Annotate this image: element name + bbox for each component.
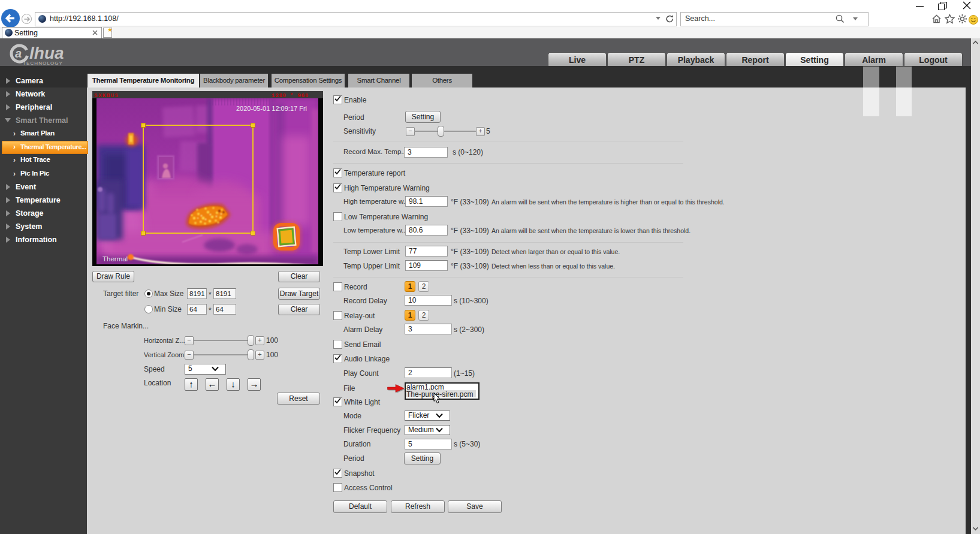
svg-text:Thermal: Thermal — [102, 255, 128, 263]
svg-text:2020-05-01 12:09:17 Fri: 2020-05-01 12:09:17 Fri — [236, 105, 307, 112]
svg-text:a: a — [15, 47, 22, 60]
svg-text:lhua: lhua — [29, 44, 64, 62]
svg-text:1280 * 960: 1280 * 960 — [272, 93, 309, 99]
svg-text:SXKBUS: SXKBUS — [94, 93, 119, 99]
svg-text:TECHNOLOGY: TECHNOLOGY — [23, 61, 63, 66]
